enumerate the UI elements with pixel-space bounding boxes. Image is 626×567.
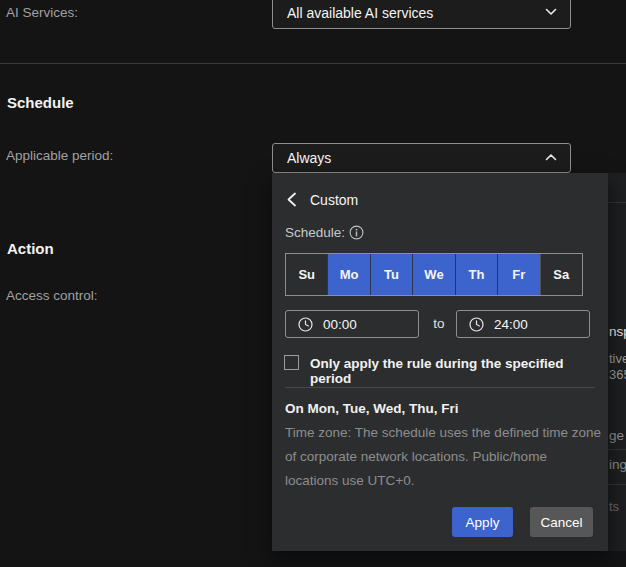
- occluded-divider: [608, 449, 626, 450]
- occluded-text-fragment: ts: [609, 499, 619, 514]
- clock-icon: [298, 317, 313, 332]
- section-divider: [0, 63, 626, 64]
- day-button-mo[interactable]: Mo: [327, 254, 369, 295]
- occluded-divider: [608, 202, 626, 203]
- occluded-divider: [608, 484, 626, 485]
- start-time-input[interactable]: 00:00: [285, 310, 419, 338]
- schedule-section-heading: Schedule: [7, 94, 74, 111]
- popup-divider: [285, 387, 595, 388]
- custom-schedule-popup: Custom Schedule: Su Mo Tu We Th Fr Sa: [272, 173, 608, 551]
- clock-icon: [469, 317, 484, 332]
- occluded-text-fragment: 365: [609, 367, 626, 382]
- to-label: to: [422, 316, 456, 331]
- applicable-period-select[interactable]: Always: [272, 143, 571, 173]
- timezone-note: Time zone: The schedule uses the defined…: [285, 421, 601, 493]
- apply-button[interactable]: Apply: [452, 507, 513, 537]
- day-button-fr[interactable]: Fr: [497, 254, 539, 295]
- access-control-label: Access control:: [6, 288, 98, 303]
- specified-period-checkbox-label: Only apply the rule during the specified…: [310, 356, 608, 386]
- occluded-text-fragment: nsp: [609, 324, 626, 339]
- day-button-su[interactable]: Su: [286, 254, 327, 295]
- ai-services-select[interactable]: All available AI services: [272, 0, 571, 29]
- day-button-th[interactable]: Th: [455, 254, 497, 295]
- weekday-selector: Su Mo Tu We Th Fr Sa: [285, 253, 583, 296]
- specified-period-checkbox[interactable]: [284, 355, 299, 370]
- end-time-input[interactable]: 24:00: [456, 310, 590, 338]
- occluded-text-fragment: ge: [609, 428, 624, 443]
- applicable-period-value: Always: [287, 150, 331, 166]
- applicable-period-label: Applicable period:: [6, 148, 113, 163]
- ai-services-label: AI Services:: [6, 5, 78, 20]
- settings-page: AI Services: All available AI services S…: [0, 0, 626, 567]
- day-button-sa[interactable]: Sa: [540, 254, 582, 295]
- end-time-value: 24:00: [494, 317, 528, 332]
- ai-services-value: All available AI services: [287, 5, 433, 21]
- action-section-heading: Action: [7, 240, 54, 257]
- schedule-summary: On Mon, Tue, Wed, Thu, Fri: [285, 401, 458, 416]
- day-button-tu[interactable]: Tu: [370, 254, 412, 295]
- back-chevron-icon[interactable]: [285, 192, 301, 208]
- start-time-value: 00:00: [323, 317, 357, 332]
- chevron-up-icon: [545, 153, 557, 161]
- day-button-we[interactable]: We: [412, 254, 454, 295]
- occluded-text-fragment: ing: [609, 457, 626, 472]
- occluded-text-fragment: tive: [609, 351, 626, 366]
- info-icon[interactable]: [349, 225, 364, 240]
- cancel-button[interactable]: Cancel: [530, 507, 593, 537]
- popup-title: Custom: [310, 192, 358, 208]
- schedule-field-label: Schedule:: [285, 225, 345, 240]
- chevron-down-icon: [545, 8, 557, 16]
